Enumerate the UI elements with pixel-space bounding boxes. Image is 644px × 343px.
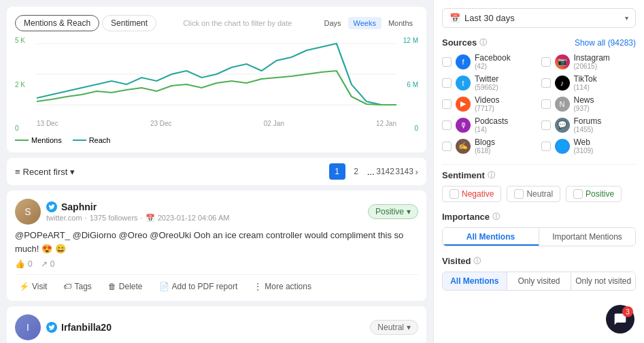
importance-info-icon[interactable]: ⓘ <box>492 212 500 222</box>
post-card-2: I Irfanbilla20 Neutral ▾ <box>7 306 426 343</box>
sentiment-badge-2[interactable]: Neutral ▾ <box>370 320 418 335</box>
sentiment-neutral-button[interactable]: Neutral <box>507 186 560 202</box>
tab-sentiment[interactable]: Sentiment <box>102 15 156 31</box>
source-item-web: 🌐 Web (3109) <box>541 137 637 154</box>
source-item-videos: ▶ Videos (7717) <box>442 95 537 112</box>
positive-checkbox[interactable] <box>573 189 583 199</box>
source-info-blogs: Blogs (618) <box>475 137 495 154</box>
page-2-button[interactable]: 2 <box>348 163 365 180</box>
tags-button[interactable]: 🏷 Tags <box>59 280 95 293</box>
twitter-platform-icon-2 <box>46 322 57 333</box>
post-header-2: I Irfanbilla20 Neutral ▾ <box>15 314 418 340</box>
videos-icon: ▶ <box>456 97 471 112</box>
important-mentions-button[interactable]: Important Mentions <box>539 228 635 246</box>
all-mentions-importance-button[interactable]: All Mentions <box>443 228 539 246</box>
negative-checkbox[interactable] <box>450 189 459 199</box>
post-author-row-2: Irfanbilla20 <box>46 322 365 333</box>
time-btn-days[interactable]: Days <box>318 17 346 29</box>
source-checkbox-twitter[interactable] <box>442 78 452 88</box>
feed-controls: ≡ Recent first ▾ 1 2 ... 3142 3143 › <box>7 158 426 185</box>
sentiment-badge[interactable]: Positive ▾ <box>368 204 418 219</box>
post-date: 2023-01-12 04:06 AM <box>158 214 230 222</box>
source-item-tiktok: ♪ TikTok (114) <box>541 74 637 91</box>
post-text: @POPeART_ @DiGiorno @Oreo @OreoUki Ooh a… <box>15 229 418 255</box>
sentiment-label: Positive <box>375 207 404 216</box>
sources-info-icon[interactable]: ⓘ <box>479 37 487 48</box>
show-all-link[interactable]: Show all (94283) <box>575 38 636 48</box>
post-author-name: Saphnir <box>61 201 97 212</box>
visited-section-title: Visited ⓘ <box>442 256 636 266</box>
source-info-tiktok: TikTok (114) <box>574 74 597 91</box>
chart-area[interactable]: 5 K 2 K 0 12 M 6 M 0 <box>15 37 418 132</box>
positive-label: Positive <box>586 189 614 199</box>
source-checkbox-forums[interactable] <box>541 120 551 130</box>
source-checkbox-instagram[interactable] <box>541 57 551 67</box>
post-header: S Saphnir twitter.com · 1375 followers ·… <box>15 199 418 225</box>
source-checkbox-tiktok[interactable] <box>541 78 551 88</box>
chart-svg-container[interactable] <box>37 37 396 118</box>
source-item-podcasts: 🎙 Podcasts (14) <box>442 116 537 133</box>
legend-mentions: Mentions <box>15 136 62 144</box>
chat-bubble[interactable]: 3 <box>606 305 634 333</box>
like-icon: 👍 <box>15 259 25 269</box>
visit-button[interactable]: ⚡ Visit <box>15 280 51 293</box>
source-item-instagram: 📷 Instagram (20615) <box>541 53 637 70</box>
post-source-url: twitter.com <box>46 214 82 222</box>
sentiment-negative-button[interactable]: Negative <box>442 186 501 202</box>
sources-section-title: Sources ⓘ Show all (94283) <box>442 37 636 48</box>
visited-info-icon[interactable]: ⓘ <box>473 256 481 266</box>
negative-label: Negative <box>462 189 494 199</box>
more-icon: ⋮ <box>254 282 262 291</box>
source-checkbox-podcasts[interactable] <box>442 120 452 130</box>
time-btn-weeks[interactable]: Weeks <box>348 17 382 29</box>
y-axis-left: 5 K 2 K 0 <box>15 37 35 132</box>
like-count: 0 <box>28 259 33 269</box>
sentiment-label-2: Neutral <box>377 323 404 332</box>
page-3142-button[interactable]: 3142 <box>377 163 394 180</box>
x-axis-labels: 13 Dec 23 Dec 02 Jan 12 Jan <box>37 120 396 127</box>
post-meta-2: Irfanbilla20 <box>46 322 365 333</box>
source-checkbox-web[interactable] <box>541 142 551 151</box>
pagination: 1 2 ... 3142 3143 › <box>329 163 418 180</box>
delete-button[interactable]: 🗑 Delete <box>104 280 147 293</box>
tab-mentions-reach[interactable]: Mentions & Reach <box>15 15 99 31</box>
post-sub: twitter.com · 1375 followers · 📅 2023-01… <box>46 214 362 223</box>
right-panel: 📅 Last 30 days ▾ Sources ⓘ Show all (942… <box>433 0 644 343</box>
post-reactions: 👍 0 ↗ 0 <box>15 259 418 269</box>
source-checkbox-news[interactable] <box>541 99 551 109</box>
only-not-visited-button[interactable]: Only not visited <box>571 272 635 290</box>
sort-icon: ≡ <box>15 167 20 177</box>
source-checkbox-blogs[interactable] <box>442 142 452 151</box>
neutral-checkbox[interactable] <box>514 189 524 199</box>
forums-icon: 💬 <box>555 118 570 133</box>
neutral-label: Neutral <box>526 189 553 199</box>
post-followers: 1375 followers <box>90 214 138 222</box>
divider-1 <box>442 164 636 165</box>
page-1-button[interactable]: 1 <box>329 163 345 180</box>
visit-icon: ⚡ <box>19 282 29 291</box>
date-filter-chevron-icon: ▾ <box>625 14 628 22</box>
tags-icon: 🏷 <box>63 282 71 291</box>
more-actions-button[interactable]: ⋮ More actions <box>250 280 316 293</box>
source-info-news: News (937) <box>574 95 594 112</box>
time-buttons: Days Weeks Months <box>318 17 418 29</box>
only-visited-button[interactable]: Only visited <box>507 272 572 290</box>
page-next-button[interactable]: › <box>416 167 418 177</box>
all-mentions-visited-button[interactable]: All Mentions <box>443 272 507 290</box>
importance-section-title: Importance ⓘ <box>442 212 636 222</box>
chart-tabs-row: Mentions & Reach Sentiment Click on the … <box>15 15 418 31</box>
calendar-filter-icon: 📅 <box>450 13 460 23</box>
sentiment-info-icon[interactable]: ⓘ <box>488 170 495 180</box>
sentiment-positive-button[interactable]: Positive <box>566 186 622 202</box>
sort-button[interactable]: ≡ Recent first ▾ <box>15 167 75 177</box>
post-card-1: S Saphnir twitter.com · 1375 followers ·… <box>7 191 426 301</box>
instagram-icon: 📷 <box>555 54 570 69</box>
delete-icon: 🗑 <box>108 282 116 291</box>
source-checkbox-videos[interactable] <box>442 99 452 109</box>
date-filter-dropdown[interactable]: 📅 Last 30 days ▾ <box>442 8 636 28</box>
source-checkbox-facebook[interactable] <box>442 57 452 67</box>
page-3143-button[interactable]: 3143 <box>396 163 413 180</box>
pdf-icon: 📄 <box>159 282 169 291</box>
time-btn-months[interactable]: Months <box>383 17 418 29</box>
pdf-report-button[interactable]: 📄 Add to PDF report <box>155 280 242 293</box>
